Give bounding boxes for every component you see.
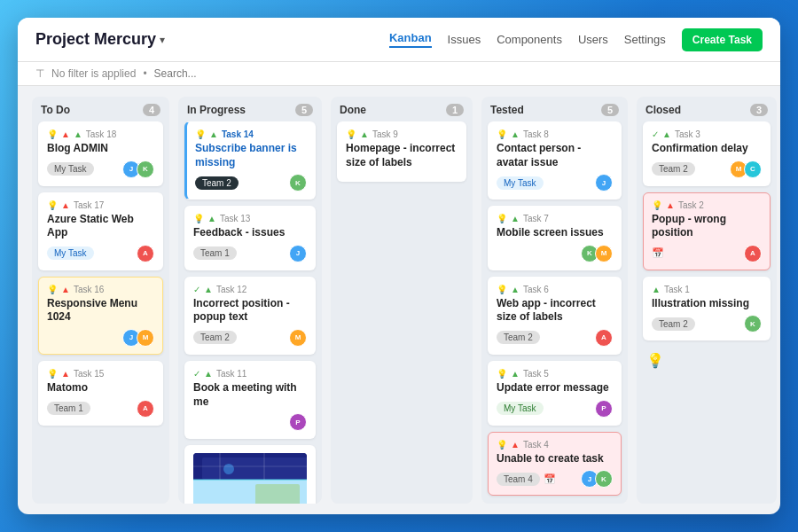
bulb-only-icon: 💡 [643, 347, 771, 374]
card-task3[interactable]: ✓ ▲ Task 3 Confirmation delay Team 2 M C [643, 121, 771, 186]
avatar-18-2: K [137, 160, 154, 178]
tag-14: Team 2 [195, 176, 239, 190]
task-id-14: Task 14 [222, 129, 254, 139]
kanban-board: To Do 4 💡 ▲ ▲ Task 18 Blog ADMIN My Task [18, 86, 780, 514]
nav-settings[interactable]: Settings [624, 33, 666, 46]
card-task10[interactable]: 💡 ▲ Task 10 Map - not the same size Proj… [184, 445, 316, 504]
avatar-5-1: P [595, 400, 613, 418]
create-task-button[interactable]: Create Task [682, 28, 763, 51]
column-count-tested: 5 [601, 104, 619, 116]
card-task17[interactable]: 💡 ▲ Task 17 Azure Static Web App My Task… [38, 192, 163, 270]
card-map-image-10 [193, 453, 307, 504]
card-footer-14: Team 2 K [195, 174, 307, 192]
header: Project Mercury ▾ Kanban Issues Componen… [18, 18, 780, 62]
card-title-15: Matomo [47, 381, 154, 395]
avatar-4-2: K [595, 470, 613, 488]
column-title-todo: To Do [41, 104, 70, 116]
card-footer-17: My Task A [47, 245, 154, 262]
task-label-1: ▲ Task 1 [652, 285, 762, 294]
card-title-7: Mobile screen issues [497, 226, 613, 240]
bulb-icon-18: 💡 [47, 129, 58, 139]
arrow-up-6: ▲ [511, 285, 520, 294]
tag-13: Team 1 [193, 246, 237, 260]
arrow-up-4: ▲ [511, 440, 520, 450]
arrow-up-red-15: ▲ [61, 369, 70, 379]
card-task15[interactable]: 💡 ▲ Task 15 Matomo Team 1 A [38, 361, 163, 426]
column-cards-closed: ✓ ▲ Task 3 Confirmation delay Team 2 M C [637, 121, 777, 504]
task-label-11: ✓ ▲ Task 11 [193, 369, 307, 379]
tag-4: Team 4 [497, 473, 540, 486]
card-title-3: Confirmation delay [652, 142, 762, 156]
project-dropdown-icon[interactable]: ▾ [160, 34, 165, 46]
avatars-16: J M [122, 329, 154, 347]
card-task4[interactable]: 💡 ▲ Task 4 Unable to create task Team 4 … [488, 432, 622, 497]
card-footer-7: K M [497, 245, 613, 262]
card-title-1: Illustration missing [652, 297, 762, 311]
tag-12: Team 2 [193, 331, 237, 344]
column-inprogress: In Progress 5 💡 ▲ Task 14 Subscribe bann… [178, 97, 322, 504]
arrow-up-13: ▲ [207, 214, 216, 223]
check-icon-3: ✓ [652, 129, 659, 139]
column-header-closed: Closed 3 [637, 97, 777, 121]
avatars-12: M [289, 329, 307, 347]
task-label-9: 💡 ▲ Task 9 [346, 129, 458, 139]
task-id-17: Task 17 [74, 200, 104, 210]
search-input[interactable] [154, 67, 261, 80]
card-task1[interactable]: ▲ Task 1 Illustration missing Team 2 K [643, 277, 771, 341]
card-task6[interactable]: 💡 ▲ Task 6 Web app - incorrect size of l… [488, 277, 622, 355]
card-title-13: Feedback - issues [193, 226, 307, 240]
arrow-up-11: ▲ [204, 369, 213, 379]
card-task12[interactable]: ✓ ▲ Task 12 Incorrect position - popup t… [184, 277, 316, 355]
column-header-inprogress: In Progress 5 [178, 97, 322, 121]
avatars-2: A [744, 245, 762, 262]
card-footer-11: P [193, 413, 307, 431]
avatars-3: M C [730, 160, 762, 178]
card-task5[interactable]: 💡 ▲ Task 5 Update error message My Task … [488, 361, 622, 426]
task-label-14: 💡 ▲ Task 14 [195, 129, 307, 139]
arrow-up-14: ▲ [209, 129, 218, 139]
tag-1: Team 2 [652, 317, 695, 331]
column-tested: Tested 5 💡 ▲ Task 8 Contact person - ava… [481, 97, 628, 504]
task-id-3: Task 3 [675, 129, 700, 139]
task-id-18: Task 18 [86, 129, 116, 139]
task-label-7: 💡 ▲ Task 7 [497, 214, 613, 223]
column-cards-inprogress: 💡 ▲ Task 14 Subscribe banner is missing … [178, 121, 322, 504]
card-task18[interactable]: 💡 ▲ ▲ Task 18 Blog ADMIN My Task J K [38, 121, 163, 186]
card-task8[interactable]: 💡 ▲ Task 8 Contact person - avatar issue… [488, 121, 622, 200]
card-title-4: Unable to create task [497, 452, 613, 466]
nav-users[interactable]: Users [578, 33, 608, 46]
tag-18: My Task [47, 162, 94, 176]
card-task9[interactable]: 💡 ▲ Task 9 Homepage - incorrect size of … [337, 121, 466, 182]
card-footer-8: My Task J [497, 174, 613, 192]
nav-kanban[interactable]: Kanban [389, 31, 432, 48]
nav-components[interactable]: Components [497, 33, 562, 46]
bulb-icon-6: 💡 [497, 285, 507, 294]
column-cards-done: 💡 ▲ Task 9 Homepage - incorrect size of … [331, 121, 473, 504]
arrow-up-5: ▲ [511, 369, 520, 379]
task-id-5: Task 5 [523, 369, 549, 379]
calendar-icon-4: 📅 [544, 473, 556, 485]
calendar-icon-2: 📅 [652, 247, 664, 259]
card-task11[interactable]: ✓ ▲ Task 11 Book a meeting with me P [184, 361, 316, 439]
card-task2[interactable]: 💡 ▲ Task 2 Popup - wrong position 📅 A [643, 192, 771, 270]
task-id-9: Task 9 [372, 129, 398, 139]
card-task14[interactable]: 💡 ▲ Task 14 Subscribe banner is missing … [184, 121, 316, 200]
card-task16[interactable]: 💡 ▲ Task 16 Responsive Menu 1024 J M [38, 277, 163, 355]
column-header-tested: Tested 5 [481, 97, 628, 121]
bulb-icon-8: 💡 [497, 129, 507, 139]
svg-rect-4 [255, 484, 300, 504]
arrow-up-2: ▲ [666, 200, 675, 210]
bulb-icon-5: 💡 [497, 369, 507, 379]
column-title-tested: Tested [490, 104, 524, 116]
card-task7[interactable]: 💡 ▲ Task 7 Mobile screen issues K M [488, 206, 622, 270]
bulb-icon-9: 💡 [346, 129, 356, 139]
card-title-11: Book a meeting with me [193, 381, 307, 409]
card-task13[interactable]: 💡 ▲ Task 13 Feedback - issues Team 1 J [184, 206, 316, 270]
column-count-closed: 3 [750, 104, 768, 116]
column-closed: Closed 3 ✓ ▲ Task 3 Confirmation delay T… [637, 97, 777, 504]
avatars-4: J K [581, 470, 613, 488]
task-label-8: 💡 ▲ Task 8 [497, 129, 613, 139]
avatar-12-1: M [289, 329, 307, 347]
check-icon-12: ✓ [193, 285, 200, 294]
nav-issues[interactable]: Issues [448, 33, 481, 46]
